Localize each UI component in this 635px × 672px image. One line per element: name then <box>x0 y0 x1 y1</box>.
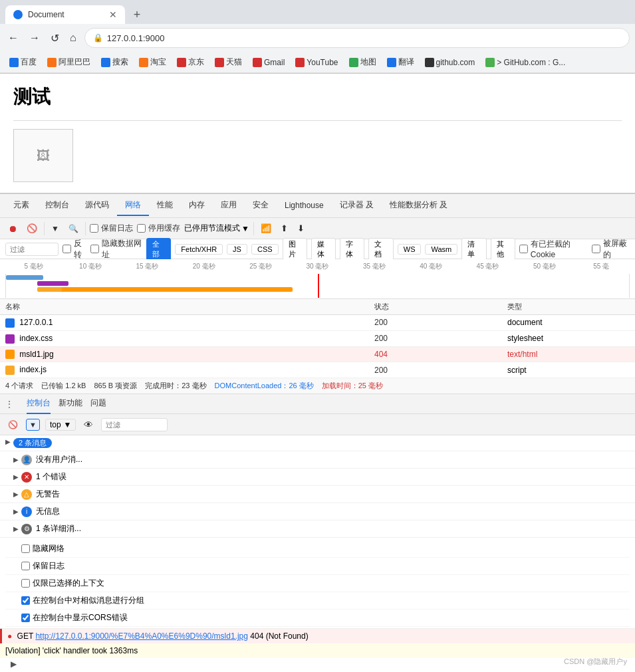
devtools-tab-perf-analysis[interactable]: 性能数据分析 及 <box>382 195 455 216</box>
console-filter-input[interactable] <box>101 418 168 431</box>
wifi-icon-btn[interactable]: 📶 <box>258 222 274 235</box>
item-expand[interactable]: ▶ <box>13 491 19 498</box>
filter-wasm[interactable]: Wasm <box>425 244 457 255</box>
hide-data-url-label[interactable]: 隐藏数据网址 <box>90 238 142 261</box>
bookmark-taobao[interactable]: 淘宝 <box>135 55 170 69</box>
filter-doc[interactable]: 文档 <box>368 238 393 261</box>
filter-font[interactable]: 字体 <box>340 238 364 261</box>
preserve-log-label[interactable]: 保留日志 <box>90 223 133 234</box>
throttle-dropdown[interactable]: 已停用节流模式 ▼ <box>184 223 249 234</box>
filter-all[interactable]: 全部 <box>146 238 171 261</box>
devtools-tab-application[interactable]: 应用 <box>213 195 245 216</box>
bookmark-translate[interactable]: 翻译 <box>383 55 418 69</box>
item-expand[interactable]: ▶ <box>13 473 19 481</box>
bookmark-youtube[interactable]: YouTube <box>291 56 342 68</box>
devtools-tab-console[interactable]: 控制台 <box>37 195 77 216</box>
blocked-cookie-label[interactable]: 有已拦截的 Cookie <box>519 239 588 259</box>
invert-label[interactable]: 反转 <box>63 238 86 261</box>
disable-cache-label[interactable]: 停用缓存 <box>137 223 180 234</box>
filter-other[interactable]: 其他 <box>491 238 515 261</box>
console-clear-button[interactable]: 🚫 <box>5 419 21 431</box>
preserve-log-console-checkbox[interactable] <box>21 562 30 570</box>
console-msg-group[interactable]: ▶ 2 条消息 <box>0 435 635 451</box>
devtools-tab-network[interactable]: 网络 <box>117 195 149 216</box>
item-expand[interactable]: ▶ <box>13 508 19 515</box>
devtools-tab-recorder[interactable]: 记录器 及 <box>332 195 382 216</box>
table-row[interactable]: index.css 200 stylesheet <box>0 330 635 346</box>
show-cors-checkbox[interactable] <box>21 614 30 622</box>
invert-checkbox[interactable] <box>63 245 71 253</box>
option-hide-network[interactable]: 隐藏网络 <box>5 540 630 558</box>
clear-button[interactable]: 🚫 <box>24 222 40 235</box>
selected-context-checkbox[interactable] <box>21 579 30 588</box>
devtools-tab-lighthouse[interactable]: Lighthouse <box>277 197 332 215</box>
bookmark-github[interactable]: github.com <box>421 56 479 68</box>
group-expand-arrow[interactable]: ▶ <box>5 438 11 445</box>
console-item-warn[interactable]: ▶ △ 无警告 <box>0 486 635 503</box>
devtools-tab-memory[interactable]: 内存 <box>181 195 213 216</box>
console-item-verbose[interactable]: ▶ ⚙ 1 条详细消... <box>0 520 635 538</box>
console-item-no-user[interactable]: ▶ 👤 没有用户消... <box>0 451 635 469</box>
hide-data-url-checkbox[interactable] <box>90 245 99 253</box>
console-item-info[interactable]: ▶ i 无信息 <box>0 503 635 520</box>
bookmark-github2[interactable]: > GitHub.com : G... <box>481 56 569 68</box>
filter-img[interactable]: 图片 <box>283 238 307 261</box>
filter-media[interactable]: 媒体 <box>311 238 336 261</box>
filter-button[interactable]: ▼ <box>49 223 62 235</box>
bookmark-maps[interactable]: 地图 <box>345 55 380 69</box>
address-bar[interactable]: 🔒 127.0.0.1:9000 <box>84 28 630 48</box>
disable-cache-checkbox[interactable] <box>137 224 146 233</box>
filter-input[interactable] <box>5 243 59 256</box>
filter-ws[interactable]: WS <box>398 244 422 255</box>
table-row[interactable]: index.js 200 script <box>0 362 635 378</box>
upload-button[interactable]: ⬆ <box>278 222 291 235</box>
option-preserve-log[interactable]: 保留日志 <box>5 558 630 575</box>
bookmark-gmail[interactable]: Gmail <box>249 56 289 68</box>
bookmark-search[interactable]: 搜索 <box>97 55 132 69</box>
new-tab-button[interactable]: + <box>128 5 146 24</box>
filter-css[interactable]: CSS <box>251 244 279 255</box>
console-error-row[interactable]: ● GET http://127.0.0.1:9000/%E7%B4%A0%E6… <box>0 629 635 643</box>
bookmark-baidu[interactable]: 百度 <box>5 55 41 69</box>
record-button[interactable]: ⏺ <box>5 222 20 235</box>
tab-close-button[interactable]: ✕ <box>109 9 117 20</box>
devtools-tab-performance[interactable]: 性能 <box>149 195 181 216</box>
option-group-similar[interactable]: 在控制台中对相似消息进行分组 <box>5 592 630 610</box>
forward-button[interactable]: → <box>27 29 43 47</box>
option-selected-context[interactable]: 仅限已选择的上下文 <box>5 575 630 592</box>
item-expand[interactable]: ▶ <box>13 456 19 463</box>
console-tab-issues[interactable]: 问题 <box>90 393 106 414</box>
error-link[interactable]: http://127.0.0.1:9000/%E7%B4%A0%E6%9D%90… <box>35 631 248 641</box>
active-tab[interactable]: Document ✕ <box>5 5 125 24</box>
blocked-requests-label[interactable]: 被屏蔽的 <box>592 238 630 261</box>
console-sub-arrow[interactable]: ▶ <box>0 658 635 671</box>
top-selector[interactable]: top ▼ <box>45 419 76 431</box>
bookmark-jd[interactable]: 京东 <box>173 55 208 69</box>
item-expand[interactable]: ▶ <box>13 525 19 532</box>
devtools-tab-elements[interactable]: 元素 <box>5 195 37 216</box>
bookmark-alibaba[interactable]: 阿里巴巴 <box>43 55 94 69</box>
preserve-log-checkbox[interactable] <box>90 224 98 233</box>
blocked-cookie-checkbox[interactable] <box>519 245 528 253</box>
filter-js[interactable]: JS <box>227 244 247 255</box>
devtools-tab-sources[interactable]: 源代码 <box>77 195 117 216</box>
filter-xhr[interactable]: Fetch/XHR <box>175 244 223 255</box>
blocked-requests-checkbox[interactable] <box>592 245 600 253</box>
console-menu-icon[interactable]: ⋮ <box>5 399 13 409</box>
refresh-button[interactable]: ↺ <box>48 29 62 47</box>
group-similar-checkbox[interactable] <box>21 596 30 605</box>
console-item-error[interactable]: ▶ ✕ 1 个错误 <box>0 469 635 486</box>
eye-button[interactable]: 👁 <box>81 418 96 431</box>
filter-manifest[interactable]: 清单 <box>461 238 486 261</box>
back-button[interactable]: ← <box>5 29 21 47</box>
table-row[interactable]: msld1.jpg 404 text/html <box>0 346 635 362</box>
console-filter-toggle[interactable]: ▼ <box>26 419 40 431</box>
search-button[interactable]: 🔍 <box>66 223 81 235</box>
console-tab-new[interactable]: 新功能 <box>59 393 82 414</box>
option-show-cors[interactable]: 在控制台中显示CORS错误 <box>5 610 630 627</box>
bookmark-tianmao[interactable]: 天猫 <box>211 55 246 69</box>
console-tab-console[interactable]: 控制台 <box>27 393 51 414</box>
table-row[interactable]: 127.0.0.1 200 document <box>0 315 635 331</box>
devtools-tab-security[interactable]: 安全 <box>245 195 277 216</box>
sub-expand-arrow[interactable]: ▶ <box>11 659 17 669</box>
